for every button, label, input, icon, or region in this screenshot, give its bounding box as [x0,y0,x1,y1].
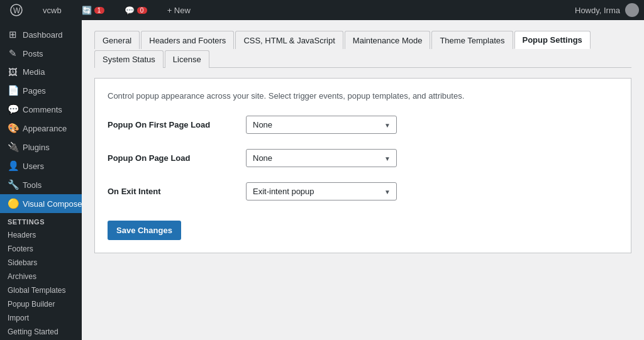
sidebar: ⊞Dashboard✎Posts🖼Media📄Pages💬Comments🎨Ap… [0,20,82,340]
select-exit-intent[interactable]: Exit-intent popupNone [246,182,397,200]
sidebar-icon-dashboard: ⊞ [8,29,18,40]
sidebar-item-posts[interactable]: ✎Posts [0,44,82,63]
settings-sub-item-footers[interactable]: Footers [0,242,82,256]
sidebar-icon-users: 👤 [8,160,18,172]
wp-logo-button[interactable]: W [5,0,28,20]
label-exit-intent: On Exit Intent [108,187,246,196]
new-content-label: + New [167,6,191,15]
tab-general[interactable]: General [94,31,140,49]
settings-heading: Settings [0,213,82,228]
settings-sub-item-archives[interactable]: Archives [0,270,82,283]
updates-badge: 1 [94,7,104,14]
sidebar-icon-tools: 🔧 [8,179,18,190]
settings-sub-item-popup-builder[interactable]: Popup Builder [0,297,82,311]
form-row-page-load: Popup On Page LoadNone▼ [108,149,618,167]
sidebar-item-plugins[interactable]: 🔌Plugins [0,138,82,156]
sidebar-item-pages[interactable]: 📄Pages [0,81,82,100]
sidebar-label-appearance: Appearance [23,124,67,133]
sidebar-label-tools: Tools [23,180,42,190]
form-row-first-page-load: Popup On First Page LoadNone▼ [108,116,618,134]
updates-button[interactable]: 🔄 1 [77,0,109,20]
settings-sub-item-import[interactable]: Import [0,311,82,325]
form-row-exit-intent: On Exit IntentExit-intent popupNone▼ [108,182,618,200]
sidebar-label-dashboard: Dashboard [23,30,63,40]
tab-theme-templates[interactable]: Theme Templates [431,31,513,49]
tab-headers-footers[interactable]: Headers and Footers [141,31,234,49]
sidebar-icon-visual-composer: 🟡 [8,198,18,209]
tab-css-html-js[interactable]: CSS, HTML & JavaScript [235,31,343,49]
sidebar-icon-appearance: 🎨 [8,123,18,134]
sidebar-icon-plugins: 🔌 [8,141,18,153]
sidebar-label-pages: Pages [23,86,46,96]
new-content-button[interactable]: + New [162,0,196,20]
admin-bar: W vcwb 🔄 1 💬 0 + New Howdy, Irma [0,0,644,20]
sidebar-item-dashboard[interactable]: ⊞Dashboard [0,25,82,44]
control-exit-intent: Exit-intent popupNone▼ [246,182,397,200]
settings-sub-item-global-templates[interactable]: Global Templates [0,283,82,297]
updates-icon: 🔄 [82,6,92,15]
control-first-page-load: None▼ [246,116,397,134]
settings-sub-item-getting-started[interactable]: Getting Started [0,325,82,339]
comments-icon: 💬 [125,6,135,15]
sidebar-label-media: Media [23,67,45,77]
sidebar-item-users[interactable]: 👤Users [0,156,82,175]
site-name-button[interactable]: vcwb [38,0,67,20]
avatar [625,3,639,17]
svg-text:W: W [13,6,21,15]
sidebar-item-tools[interactable]: 🔧Tools [0,175,82,194]
tab-maintenance-mode[interactable]: Maintenance Mode [345,31,431,49]
sidebar-label-plugins: Plugins [23,143,50,152]
sidebar-label-posts: Posts [23,49,43,58]
comments-button[interactable]: 💬 0 [119,0,152,20]
sidebar-label-comments: Comments [23,105,62,114]
sidebar-icon-media: 🖼 [8,67,18,77]
sidebar-item-appearance[interactable]: 🎨Appearance [0,119,82,138]
sidebar-label-visual-composer: Visual Composer [23,199,82,209]
settings-sub-item-sidebars[interactable]: Sidebars [0,256,82,270]
main-content: GeneralHeaders and FootersCSS, HTML & Ja… [82,20,644,340]
sidebar-label-users: Users [23,162,44,171]
sidebar-item-visual-composer[interactable]: 🟡Visual Composer [0,194,82,213]
tabs-bar: GeneralHeaders and FootersCSS, HTML & Ja… [94,30,631,68]
sidebar-icon-pages: 📄 [8,85,18,96]
control-page-load: None▼ [246,149,397,167]
sidebar-item-comments[interactable]: 💬Comments [0,100,82,119]
tab-popup-settings[interactable]: Popup Settings [514,31,591,49]
label-page-load: Popup On Page Load [108,153,246,163]
select-first-page-load[interactable]: None [246,116,397,134]
settings-sub-item-headers[interactable]: Headers [0,228,82,242]
howdy-label: Howdy, Irma [575,6,620,15]
tab-license[interactable]: License [165,50,209,68]
sidebar-item-media[interactable]: 🖼Media [0,63,82,81]
comments-badge: 0 [137,7,147,14]
select-page-load[interactable]: None [246,149,397,167]
content-area: Control popup appearance across your sit… [94,78,631,253]
site-name-label: vcwb [43,6,62,15]
sidebar-icon-comments: 💬 [8,104,18,115]
content-description: Control popup appearance across your sit… [108,91,618,101]
save-changes-button[interactable]: Save Changes [108,221,181,240]
label-first-page-load: Popup On First Page Load [108,120,246,129]
tab-system-status[interactable]: System Status [94,50,164,68]
sidebar-icon-posts: ✎ [8,48,18,59]
